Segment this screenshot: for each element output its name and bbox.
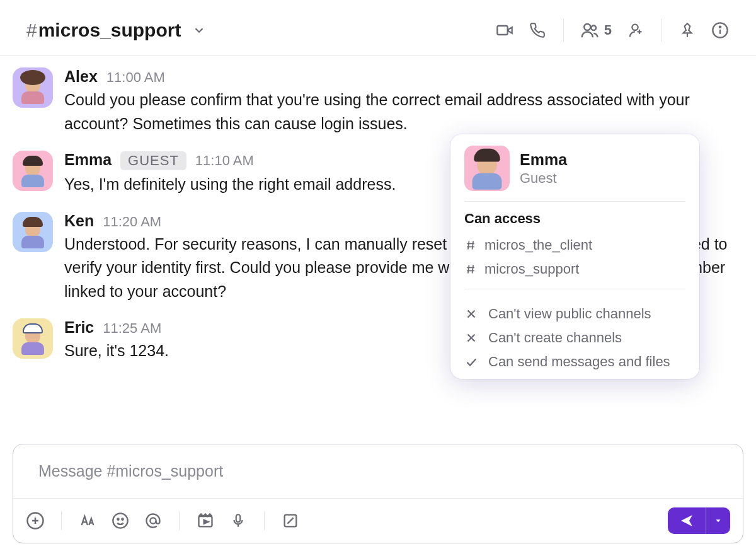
message-author[interactable]: Alex xyxy=(64,67,98,86)
edit-box-button[interactable] xyxy=(281,511,300,530)
separator xyxy=(61,511,62,530)
svg-point-30 xyxy=(122,519,123,520)
phone-call-button[interactable] xyxy=(528,21,547,40)
add-person-icon xyxy=(626,21,644,39)
svg-line-18 xyxy=(472,265,474,273)
edit-box-icon xyxy=(282,512,299,530)
video-clip-button[interactable] xyxy=(196,511,215,530)
message-time: 11:00 AM xyxy=(106,69,165,86)
svg-point-28 xyxy=(113,513,127,528)
channel-title-button[interactable]: #micros_support xyxy=(26,20,206,41)
mention-icon xyxy=(144,512,162,530)
popover-user-role: Guest xyxy=(520,170,567,187)
svg-point-2 xyxy=(584,24,590,30)
svg-marker-1 xyxy=(508,27,512,33)
svg-line-37 xyxy=(287,518,293,523)
info-button[interactable] xyxy=(711,21,730,40)
avatar[interactable] xyxy=(13,67,53,108)
permission-row: Can send messages and files xyxy=(464,354,685,370)
add-person-button[interactable] xyxy=(626,21,644,40)
message-input[interactable]: Message #micros_support xyxy=(13,444,743,498)
separator xyxy=(464,289,685,289)
emoji-icon xyxy=(112,512,129,530)
send-icon xyxy=(679,513,694,528)
separator xyxy=(179,511,180,530)
svg-marker-33 xyxy=(204,520,209,524)
plus-circle-icon xyxy=(26,511,45,530)
send-options-button[interactable] xyxy=(706,507,730,534)
popover-access-title: Can access xyxy=(450,211,699,233)
app-frame: #micros_support 5 xyxy=(0,0,756,556)
svg-point-31 xyxy=(150,518,156,523)
popover-header: Emma Guest xyxy=(450,146,699,201)
hash-icon: # xyxy=(26,20,37,40)
message-text: Could you please confirm that you're usi… xyxy=(64,88,730,136)
separator xyxy=(661,19,662,42)
x-icon xyxy=(464,331,478,345)
header-actions: 5 xyxy=(495,19,730,42)
mic-button[interactable] xyxy=(229,511,248,530)
channel-name: #micros_support xyxy=(26,20,181,41)
people-icon xyxy=(580,21,599,40)
send-button[interactable] xyxy=(668,507,706,534)
svg-point-3 xyxy=(591,26,596,31)
avatar[interactable] xyxy=(13,151,53,191)
composer-tools-left xyxy=(26,511,300,530)
popover-channel-name: micros_the_client xyxy=(484,237,592,253)
pin-button[interactable] xyxy=(678,21,697,40)
x-icon xyxy=(464,307,478,321)
separator xyxy=(464,201,685,202)
caret-down-icon xyxy=(714,516,723,525)
popover-channel-name: micros_support xyxy=(484,261,579,277)
avatar[interactable] xyxy=(13,318,53,359)
popover-user-name: Emma xyxy=(520,151,567,169)
svg-marker-38 xyxy=(716,519,721,522)
separator xyxy=(563,19,564,42)
mention-button[interactable] xyxy=(144,511,163,530)
svg-line-13 xyxy=(468,241,469,249)
attach-button[interactable] xyxy=(26,511,45,530)
send-button-group xyxy=(668,507,730,534)
permission-row: Can't create channels xyxy=(464,330,685,346)
avatar[interactable] xyxy=(13,212,53,252)
message-time: 11:25 AM xyxy=(103,320,161,337)
svg-rect-34 xyxy=(236,514,241,522)
video-clip-icon xyxy=(197,512,214,530)
phone-icon xyxy=(529,22,546,38)
members-button[interactable]: 5 xyxy=(580,21,612,40)
message-time: 11:20 AM xyxy=(103,214,161,230)
message-author[interactable]: Eric xyxy=(64,318,94,337)
format-button[interactable] xyxy=(78,511,97,530)
text-format-icon xyxy=(79,512,96,530)
popover-channel-link[interactable]: micros_support xyxy=(450,257,699,281)
pin-icon xyxy=(679,22,696,38)
guest-badge: GUEST xyxy=(120,151,186,170)
composer-wrap: Message #micros_support xyxy=(0,444,756,556)
svg-point-29 xyxy=(117,519,118,520)
check-icon xyxy=(464,355,478,369)
chevron-down-icon xyxy=(192,23,206,37)
separator xyxy=(264,511,265,530)
popover-permissions: Can't view public channels Can't create … xyxy=(450,298,699,370)
permission-label: Can send messages and files xyxy=(488,354,670,370)
svg-rect-0 xyxy=(497,26,507,35)
video-call-button[interactable] xyxy=(495,21,514,40)
svg-line-14 xyxy=(472,241,474,249)
mic-icon xyxy=(230,513,246,529)
permission-label: Can't view public channels xyxy=(488,306,651,322)
message-composer: Message #micros_support xyxy=(13,444,743,543)
popover-channel-link[interactable]: micros_the_client xyxy=(450,233,699,257)
svg-line-17 xyxy=(468,265,469,273)
svg-point-10 xyxy=(719,26,721,28)
emoji-button[interactable] xyxy=(111,511,130,530)
message-body: Alex 11:00 AM Could you please confirm t… xyxy=(64,67,730,136)
video-icon xyxy=(496,21,513,39)
svg-point-4 xyxy=(632,25,638,30)
message-author[interactable]: Emma xyxy=(64,151,112,169)
message-author[interactable]: Ken xyxy=(64,212,94,230)
member-count: 5 xyxy=(604,22,612,38)
permission-label: Can't create channels xyxy=(488,330,622,346)
popover-avatar[interactable] xyxy=(464,146,510,191)
composer-toolbar xyxy=(13,498,743,543)
hash-icon xyxy=(464,239,477,252)
